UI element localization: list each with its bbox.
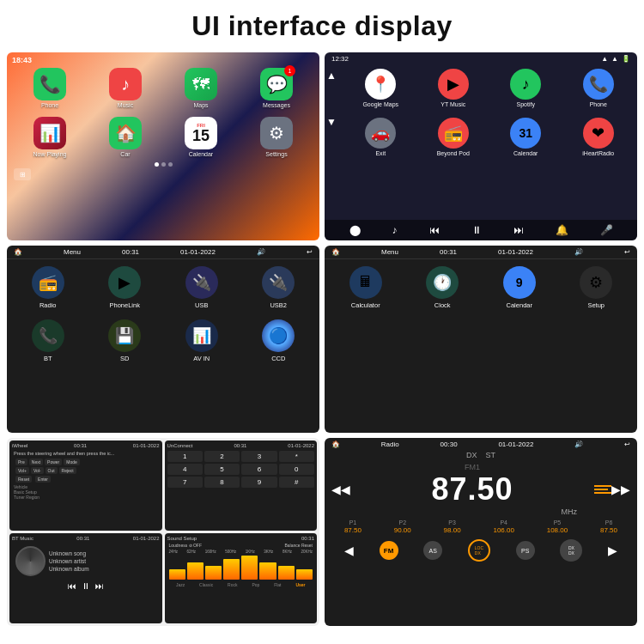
radio-prev-prev-icon[interactable]: ◀◀ [331, 483, 350, 496]
numpad-9[interactable]: 9 [241, 477, 276, 488]
scroll-down-icon[interactable]: ▼ [326, 116, 337, 128]
preset-rock[interactable]: Rock [228, 582, 237, 587]
menu2-app-clock[interactable]: 🕐 Clock [407, 266, 479, 309]
carplay-app-car[interactable]: 🏠 Car [89, 117, 161, 157]
iwheel-power-btn[interactable]: Power [45, 459, 62, 465]
carplay-app-maps[interactable]: 🗺 Maps [165, 68, 237, 108]
eq-bar[interactable] [169, 569, 185, 580]
numpad-1[interactable]: 1 [167, 451, 203, 462]
android-app-googlemaps[interactable]: 📍 Google Maps [347, 69, 415, 107]
iwheel-reject-btn[interactable]: Reject [59, 467, 76, 474]
android-app-beyondpod[interactable]: 📻 Beyond Pod [420, 118, 488, 156]
preset-user[interactable]: User [295, 582, 305, 587]
iwheel-enter-btn[interactable]: Enter [35, 476, 51, 483]
numpad-star[interactable]: * [279, 451, 314, 462]
record-icon[interactable]: ⬤ [349, 224, 361, 236]
numpad-8[interactable]: 8 [204, 477, 240, 488]
scroll-up-icon[interactable]: ▲ [326, 70, 337, 82]
numpad-5[interactable]: 5 [204, 464, 240, 475]
numpad-hash[interactable]: # [279, 477, 314, 488]
carplay-app-music[interactable]: ♪ Music [89, 68, 161, 108]
radio-preset-p2[interactable]: P2 90.00 [394, 519, 411, 534]
bt-pause-icon[interactable]: ⏸ [82, 581, 90, 591]
pause-icon[interactable]: ⏸ [471, 224, 482, 236]
radio-preset-p1[interactable]: P1 87.50 [344, 519, 361, 534]
iwheel-mode-btn[interactable]: Mode [64, 459, 80, 465]
eq-bar[interactable] [187, 562, 204, 580]
menu1-app-usb2[interactable]: 🔌 USB2 [243, 266, 315, 309]
numpad-6[interactable]: 6 [241, 464, 276, 475]
bt-next-icon[interactable]: ⏭ [95, 581, 104, 591]
menu1-back-icon[interactable]: ↩ [307, 248, 313, 256]
fm-button[interactable]: FM [380, 541, 398, 560]
iwheel-volup-btn[interactable]: Vol+ [15, 467, 29, 474]
eq-bar[interactable] [223, 559, 240, 580]
grid-icon[interactable]: ⊞ [14, 168, 31, 180]
menu1-app-bt[interactable]: 📞 BT [12, 319, 84, 362]
numpad-7[interactable]: 7 [167, 477, 203, 488]
bt-prev-icon[interactable]: ⏮ [68, 581, 76, 591]
radio-preset-p4[interactable]: P4 106.00 [493, 519, 513, 534]
radio-preset-p6[interactable]: P6 87.50 [600, 519, 617, 534]
iwheel-next-btn[interactable]: Next [29, 459, 43, 465]
iwheel-pre-btn[interactable]: Pre [15, 459, 27, 465]
radio-back-icon[interactable]: ↩ [624, 440, 630, 448]
menu1-app-sd[interactable]: 💾 SD [89, 319, 161, 362]
as-button[interactable]: AS [423, 541, 442, 560]
radio-right-arrow-icon[interactable]: ▶ [608, 544, 617, 557]
carplay-app-settings[interactable]: ⚙ Settings [240, 117, 313, 157]
radio-preset-p3[interactable]: P3 98.00 [444, 519, 461, 534]
carplay-app-nowplaying[interactable]: 📊 Now Playing [14, 117, 86, 157]
preset-flat[interactable]: Flat [274, 582, 281, 587]
carplay-app-calendar[interactable]: FRI 15 Calendar [165, 117, 237, 157]
android-app-calendar[interactable]: 31 Calendar [492, 118, 560, 156]
numpad-4[interactable]: 4 [167, 464, 203, 475]
menu2-app-setup[interactable]: ⚙ Setup [561, 266, 633, 309]
radio-preset-p5[interactable]: P5 108.00 [547, 519, 568, 534]
numpad-2[interactable]: 2 [204, 451, 240, 462]
android-app-iheartradio[interactable]: ❤ iHeartRadio [565, 118, 633, 156]
radio-next-next-icon[interactable]: ▶▶ [611, 483, 630, 496]
menu2-app-calculator[interactable]: 🖩 Calculator [330, 266, 402, 309]
radio-left-arrow-icon[interactable]: ◀ [344, 544, 354, 557]
numpad-3[interactable]: 3 [241, 451, 276, 462]
bell-icon[interactable]: 🔔 [556, 224, 568, 236]
menu1-app-radio[interactable]: 📻 Radio [12, 266, 84, 309]
preset-classic[interactable]: Classic [199, 582, 213, 587]
menu2-back-icon[interactable]: ↩ [624, 248, 630, 256]
loc-dx-button[interactable]: LOCDX [468, 539, 490, 562]
eq-bar[interactable] [296, 569, 313, 580]
bt-music-date: 01-01-2022 [133, 536, 160, 541]
iwheel-reset-btn[interactable]: Reset [15, 476, 32, 483]
numpad-0[interactable]: 0 [279, 464, 314, 475]
android-app-ytmusic[interactable]: ▶ YT Music [420, 69, 488, 107]
eq-bar[interactable] [278, 566, 295, 580]
android-app-exit[interactable]: 🚗 Exit [347, 118, 415, 156]
menu2-app-calendar[interactable]: 9 Calendar [483, 266, 556, 309]
prev-icon[interactable]: ⏮ [429, 224, 440, 236]
android-app-phone[interactable]: 📞 Phone [565, 69, 633, 107]
menu1-app-usb[interactable]: 🔌 USB [166, 266, 238, 309]
iwheel-out-btn[interactable]: Out [46, 467, 58, 474]
dx-button[interactable]: DXDX [560, 539, 582, 562]
battery-icon: 🔋 [622, 55, 630, 63]
eq-bar[interactable] [241, 556, 258, 580]
carplay-app-phone[interactable]: 📞 Phone [14, 68, 86, 108]
preset-jazz[interactable]: Jazz [176, 582, 185, 587]
next-icon[interactable]: ⏭ [513, 224, 524, 236]
menu1-app-ccd[interactable]: 🔵 CCD [243, 319, 315, 362]
iwheel-voldown-btn[interactable]: Vol- [31, 467, 44, 474]
eq-bar[interactable] [259, 562, 276, 580]
mic-icon[interactable]: 🎤 [600, 224, 613, 236]
carplay-app-messages[interactable]: 💬 1 Messages [240, 68, 313, 108]
ps-button[interactable]: PS [516, 541, 535, 560]
messages-icon: 💬 1 [260, 68, 293, 100]
preset-pop[interactable]: Pop [252, 582, 259, 587]
menu1-app-avin[interactable]: 📊 AV IN [166, 319, 238, 362]
radio-title: Radio [381, 440, 399, 448]
eq-bar[interactable] [205, 566, 222, 580]
android-app-spotify[interactable]: ♪ Spotify [492, 69, 560, 107]
menu1-time: 00:31 [122, 248, 139, 256]
android-spotify-icon[interactable]: ♪ [392, 224, 398, 236]
menu1-app-phonelink[interactable]: ▶ PhoneLink [89, 266, 161, 309]
